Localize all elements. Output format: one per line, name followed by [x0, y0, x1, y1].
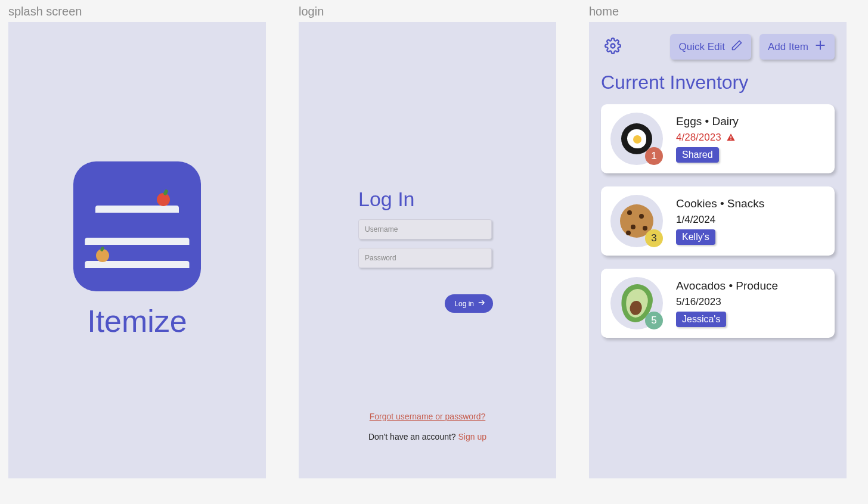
- inventory-list: 1Eggs • Dairy4/28/2023Shared3Cookies • S…: [601, 104, 835, 338]
- plus-icon: [814, 39, 826, 54]
- login-screen-wrap: login Log In Log in Forgot username or p…: [299, 5, 556, 496]
- password-input[interactable]: [358, 248, 492, 268]
- item-thumb: 5: [610, 277, 663, 329]
- pencil-icon: [731, 39, 743, 54]
- owner-tag: Kelly's: [676, 229, 715, 245]
- card-info: Avocados • Produce5/16/2023Jessica's: [676, 279, 778, 327]
- card-info: Cookies • Snacks1/4/2024Kelly's: [676, 197, 764, 245]
- item-title: Eggs • Dairy: [676, 115, 739, 128]
- item-title: Cookies • Snacks: [676, 197, 764, 210]
- shelf-icon: [95, 206, 179, 213]
- shelf-icon: [85, 238, 190, 245]
- home-screen-wrap: home Quick Edit Add Item Curren: [589, 5, 847, 496]
- home-screen: Quick Edit Add Item Current Inventory 1E…: [589, 22, 847, 478]
- arrow-right-icon: [478, 298, 486, 309]
- item-date: 4/28/2023: [676, 132, 739, 144]
- home-label: home: [589, 5, 847, 18]
- item-date: 1/4/2024: [676, 214, 764, 226]
- apple-icon: [157, 193, 170, 206]
- card-info: Eggs • Dairy4/28/2023Shared: [676, 115, 739, 163]
- shelf-icon: [85, 261, 190, 268]
- orange-icon: [96, 249, 109, 262]
- splash-label: splash screen: [8, 5, 266, 18]
- add-item-label: Add Item: [768, 41, 808, 53]
- settings-button[interactable]: [601, 34, 625, 60]
- svg-point-1: [611, 44, 615, 48]
- login-button-label: Log in: [454, 300, 474, 308]
- warning-icon: [726, 133, 736, 142]
- login-title: Log In: [358, 188, 497, 211]
- item-date: 5/16/2023: [676, 296, 778, 308]
- count-badge: 1: [645, 147, 663, 165]
- gear-icon: [604, 47, 621, 56]
- login-bottom-links: Forgot username or password? Don't have …: [299, 412, 556, 441]
- item-thumb: 1: [610, 113, 663, 165]
- login-button[interactable]: Log in: [445, 294, 493, 313]
- login-screen: Log In Log in Forgot username or passwor…: [299, 22, 556, 478]
- inventory-card[interactable]: 5Avocados • Produce5/16/2023Jessica's: [601, 269, 835, 338]
- splash-screen: Itemize: [8, 22, 266, 478]
- add-item-button[interactable]: Add Item: [760, 34, 835, 60]
- item-thumb: 3: [610, 195, 663, 247]
- no-account-text: Don't have an account?: [368, 432, 458, 441]
- app-name: Itemize: [87, 303, 187, 339]
- splash-screen-wrap: splash screen Itemize: [8, 5, 266, 496]
- item-title: Avocados • Produce: [676, 279, 778, 293]
- app-logo: [73, 161, 201, 291]
- quick-edit-label: Quick Edit: [678, 41, 724, 53]
- owner-tag: Shared: [676, 147, 719, 163]
- page-title: Current Inventory: [601, 71, 835, 94]
- inventory-card[interactable]: 3Cookies • Snacks1/4/2024Kelly's: [601, 186, 835, 256]
- username-input[interactable]: [358, 219, 492, 239]
- quick-edit-button[interactable]: Quick Edit: [670, 34, 751, 60]
- login-label: login: [299, 5, 556, 18]
- signup-link[interactable]: Sign up: [458, 432, 486, 441]
- owner-tag: Jessica's: [676, 312, 726, 327]
- inventory-card[interactable]: 1Eggs • Dairy4/28/2023Shared: [601, 104, 835, 173]
- home-toolbar: Quick Edit Add Item: [601, 34, 835, 60]
- count-badge: 3: [645, 229, 663, 247]
- svg-rect-5: [730, 139, 731, 140]
- forgot-link[interactable]: Forgot username or password?: [299, 412, 556, 421]
- count-badge: 5: [645, 312, 663, 329]
- svg-rect-4: [730, 136, 731, 138]
